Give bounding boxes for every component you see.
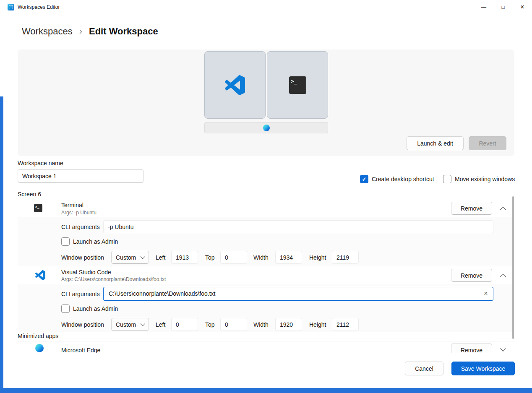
window-position-select[interactable]: Custom	[111, 251, 149, 264]
preview-taskbar	[204, 122, 328, 133]
left-input[interactable]	[171, 318, 198, 331]
app-name: Visual Studio Code	[61, 269, 111, 276]
cli-arguments-label: CLI arguments	[61, 224, 100, 230]
left-label: Left	[156, 321, 165, 328]
launch-as-admin-checkbox[interactable]	[61, 305, 70, 313]
edge-icon	[263, 125, 270, 131]
window-position-value: Custom	[116, 321, 136, 328]
revert-button[interactable]: Revert	[469, 136, 506, 150]
left-label: Left	[156, 254, 165, 261]
divider	[18, 266, 514, 266]
width-label: Width	[253, 321, 269, 328]
height-input[interactable]	[332, 318, 359, 331]
desktop-background-left	[0, 96, 3, 393]
cli-arguments-label: CLI arguments	[61, 291, 100, 297]
top-input[interactable]	[220, 251, 247, 264]
window-position-select[interactable]: Custom	[111, 318, 149, 331]
app-name: Terminal	[61, 202, 83, 208]
maximize-button[interactable]: □	[493, 0, 513, 14]
preview-monitor-right: >_	[267, 51, 328, 119]
clear-input-icon[interactable]: ×	[481, 289, 490, 298]
window-position-value: Custom	[116, 254, 136, 261]
window-position-label: Window position	[61, 254, 104, 261]
terminal-icon: >_	[289, 76, 306, 94]
move-existing-windows-checkbox[interactable]	[443, 175, 451, 183]
height-label: Height	[309, 321, 326, 328]
remove-app-button[interactable]: Remove	[451, 269, 492, 282]
cli-arguments-input[interactable]	[103, 220, 493, 233]
app-icon	[8, 4, 14, 10]
minimized-apps-label: Minimized apps	[18, 333, 58, 339]
desktop-background-bottom	[0, 388, 532, 393]
chevron-down-icon	[500, 346, 506, 351]
chevron-down-icon	[140, 254, 145, 259]
vscode-icon	[35, 270, 45, 280]
launch-and-edit-button[interactable]: Launch & edit	[407, 136, 464, 150]
app-args: Args: -p Ubuntu	[61, 210, 96, 216]
height-label: Height	[309, 254, 326, 261]
workspaces-editor-window: Workspaces Editor — □ × Workspaces › Edi…	[0, 0, 532, 393]
workspace-name-input[interactable]	[18, 169, 143, 182]
remove-app-button[interactable]: Remove	[451, 202, 492, 215]
breadcrumb: Workspaces › Edit Workspace	[22, 26, 158, 37]
cancel-button[interactable]: Cancel	[405, 362, 443, 375]
launch-as-admin-label: Launch as Admin	[73, 238, 118, 245]
width-input[interactable]	[275, 251, 302, 264]
app-args: Args: C:\Users\connorplante\Downloads\fo…	[61, 276, 166, 282]
top-label: Top	[205, 254, 215, 261]
collapse-button[interactable]	[498, 270, 509, 281]
close-button[interactable]: ×	[513, 0, 532, 14]
preview-monitor-left	[204, 51, 266, 119]
width-label: Width	[253, 254, 269, 261]
create-desktop-shortcut-checkbox[interactable]: ✓	[360, 175, 368, 183]
left-input[interactable]	[171, 251, 198, 264]
save-workspace-button[interactable]: Save Workspace	[451, 362, 515, 375]
titlebar: Workspaces Editor — □ ×	[0, 0, 532, 14]
breadcrumb-current: Edit Workspace	[89, 26, 158, 37]
divider	[18, 199, 514, 199]
height-input[interactable]	[332, 251, 359, 264]
window-position-label: Window position	[61, 321, 104, 328]
chevron-up-icon	[500, 273, 506, 279]
cli-arguments-input[interactable]	[108, 290, 481, 297]
top-label: Top	[205, 321, 215, 328]
chevron-up-icon	[500, 206, 506, 212]
scrollbar[interactable]	[512, 196, 514, 339]
move-existing-windows-label: Move existing windows	[455, 176, 515, 182]
edge-icon	[35, 344, 44, 352]
workspace-preview-panel: >_ Launch & edit Revert	[18, 49, 514, 156]
collapse-button[interactable]	[498, 203, 509, 214]
cli-arguments-input-focused[interactable]: ×	[103, 287, 493, 301]
chevron-down-icon	[140, 321, 145, 326]
width-input[interactable]	[275, 318, 302, 331]
divider	[18, 341, 514, 341]
terminal-icon: >_	[34, 204, 42, 212]
launch-as-admin-checkbox[interactable]	[61, 237, 70, 246]
breadcrumb-separator-icon: ›	[79, 26, 82, 37]
create-desktop-shortcut-label: Create desktop shortcut	[372, 176, 434, 182]
top-input[interactable]	[220, 318, 247, 331]
launch-as-admin-label: Launch as Admin	[73, 305, 118, 312]
minimize-button[interactable]: —	[474, 0, 493, 14]
vscode-icon	[225, 75, 245, 95]
screen-section-label: Screen 6	[18, 191, 41, 198]
window-title: Workspaces Editor	[18, 4, 60, 10]
footer: Cancel Save Workspace	[0, 353, 532, 388]
workspace-name-label: Workspace name	[18, 160, 63, 167]
breadcrumb-workspaces[interactable]: Workspaces	[22, 26, 73, 37]
